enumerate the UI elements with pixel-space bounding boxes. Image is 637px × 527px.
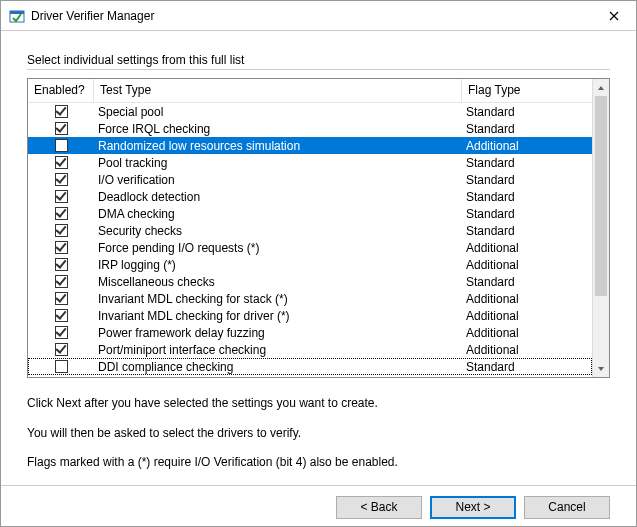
group-label: Select individual settings from this ful… xyxy=(27,53,610,67)
enabled-checkbox[interactable] xyxy=(55,122,68,135)
scroll-track[interactable] xyxy=(593,96,609,360)
cell-enabled[interactable] xyxy=(28,258,94,271)
cell-flag-type: Additional xyxy=(462,241,592,255)
table-row[interactable]: Deadlock detectionStandard xyxy=(28,188,592,205)
close-button[interactable] xyxy=(591,1,636,30)
cell-enabled[interactable] xyxy=(28,105,94,118)
enabled-checkbox[interactable] xyxy=(55,292,68,305)
cell-flag-type: Additional xyxy=(462,343,592,357)
table-row[interactable]: I/O verificationStandard xyxy=(28,171,592,188)
cell-flag-type: Standard xyxy=(462,156,592,170)
cell-test-type: Deadlock detection xyxy=(94,190,462,204)
list-body[interactable]: Special poolStandardForce IRQL checkingS… xyxy=(28,103,592,377)
table-row[interactable]: IRP logging (*)Additional xyxy=(28,256,592,273)
cell-enabled[interactable] xyxy=(28,292,94,305)
info-line-3: Flags marked with a (*) require I/O Veri… xyxy=(27,455,610,471)
enabled-checkbox[interactable] xyxy=(55,190,68,203)
cell-test-type: Force pending I/O requests (*) xyxy=(94,241,462,255)
table-row[interactable]: Randomized low resources simulationAddit… xyxy=(28,137,592,154)
cell-test-type: DMA checking xyxy=(94,207,462,221)
cell-flag-type: Standard xyxy=(462,122,592,136)
table-row[interactable]: DDI compliance checkingStandard xyxy=(28,358,592,375)
table-row[interactable]: Force IRQL checkingStandard xyxy=(28,120,592,137)
column-header-enabled[interactable]: Enabled? xyxy=(28,79,94,102)
back-button[interactable]: < Back xyxy=(336,496,422,519)
cell-enabled[interactable] xyxy=(28,309,94,322)
enabled-checkbox[interactable] xyxy=(55,258,68,271)
table-row[interactable]: Port/miniport interface checkingAddition… xyxy=(28,341,592,358)
cell-enabled[interactable] xyxy=(28,241,94,254)
divider xyxy=(1,485,636,486)
window-title: Driver Verifier Manager xyxy=(31,9,591,23)
content-area: Select individual settings from this ful… xyxy=(1,31,636,527)
scroll-down-button[interactable] xyxy=(593,360,609,377)
enabled-checkbox[interactable] xyxy=(55,241,68,254)
list-header: Enabled? Test Type Flag Type xyxy=(28,79,592,103)
enabled-checkbox[interactable] xyxy=(55,326,68,339)
cell-test-type: Randomized low resources simulation xyxy=(94,139,462,153)
table-row[interactable]: DMA checkingStandard xyxy=(28,205,592,222)
table-row[interactable]: Special poolStandard xyxy=(28,103,592,120)
cell-flag-type: Additional xyxy=(462,326,592,340)
cell-enabled[interactable] xyxy=(28,139,94,152)
cell-enabled[interactable] xyxy=(28,326,94,339)
enabled-checkbox[interactable] xyxy=(55,156,68,169)
cell-flag-type: Additional xyxy=(462,139,592,153)
cell-enabled[interactable] xyxy=(28,122,94,135)
enabled-checkbox[interactable] xyxy=(55,139,68,152)
table-row[interactable]: Security checksStandard xyxy=(28,222,592,239)
cell-flag-type: Additional xyxy=(462,292,592,306)
cell-test-type: Security checks xyxy=(94,224,462,238)
cell-test-type: Port/miniport interface checking xyxy=(94,343,462,357)
enabled-checkbox[interactable] xyxy=(55,275,68,288)
cell-flag-type: Standard xyxy=(462,190,592,204)
table-row[interactable]: Force pending I/O requests (*)Additional xyxy=(28,239,592,256)
table-row[interactable]: Invariant MDL checking for stack (*)Addi… xyxy=(28,290,592,307)
table-row[interactable]: Miscellaneous checksStandard xyxy=(28,273,592,290)
cell-flag-type: Standard xyxy=(462,275,592,289)
cell-flag-type: Standard xyxy=(462,105,592,119)
cell-flag-type: Standard xyxy=(462,224,592,238)
table-row[interactable]: Invariant MDL checking for driver (*)Add… xyxy=(28,307,592,324)
settings-list[interactable]: Enabled? Test Type Flag Type Special poo… xyxy=(27,78,610,378)
cell-enabled[interactable] xyxy=(28,173,94,186)
cell-enabled[interactable] xyxy=(28,207,94,220)
cell-test-type: I/O verification xyxy=(94,173,462,187)
cell-test-type: Power framework delay fuzzing xyxy=(94,326,462,340)
scroll-thumb[interactable] xyxy=(595,96,607,296)
enabled-checkbox[interactable] xyxy=(55,105,68,118)
cell-enabled[interactable] xyxy=(28,275,94,288)
enabled-checkbox[interactable] xyxy=(55,173,68,186)
info-line-2: You will then be asked to select the dri… xyxy=(27,426,610,442)
enabled-checkbox[interactable] xyxy=(55,360,68,373)
cell-enabled[interactable] xyxy=(28,343,94,356)
enabled-checkbox[interactable] xyxy=(55,224,68,237)
cell-test-type: Pool tracking xyxy=(94,156,462,170)
cell-flag-type: Standard xyxy=(462,360,592,374)
column-header-flag-type[interactable]: Flag Type xyxy=(462,79,592,102)
info-line-1: Click Next after you have selected the s… xyxy=(27,396,610,412)
enabled-checkbox[interactable] xyxy=(55,207,68,220)
cell-test-type: Force IRQL checking xyxy=(94,122,462,136)
vertical-scrollbar[interactable] xyxy=(592,79,609,377)
cancel-button[interactable]: Cancel xyxy=(524,496,610,519)
scroll-up-button[interactable] xyxy=(593,79,609,96)
cell-test-type: IRP logging (*) xyxy=(94,258,462,272)
table-row[interactable]: Pool trackingStandard xyxy=(28,154,592,171)
cell-test-type: Invariant MDL checking for driver (*) xyxy=(94,309,462,323)
enabled-checkbox[interactable] xyxy=(55,343,68,356)
next-button[interactable]: Next > xyxy=(430,496,516,519)
table-row[interactable]: Power framework delay fuzzingAdditional xyxy=(28,324,592,341)
cell-enabled[interactable] xyxy=(28,190,94,203)
app-icon xyxy=(9,8,25,24)
column-header-test-type[interactable]: Test Type xyxy=(94,79,462,102)
cell-test-type: DDI compliance checking xyxy=(94,360,462,374)
cell-flag-type: Standard xyxy=(462,207,592,221)
button-row: < Back Next > Cancel xyxy=(27,496,610,519)
cell-flag-type: Standard xyxy=(462,173,592,187)
cell-enabled[interactable] xyxy=(28,156,94,169)
enabled-checkbox[interactable] xyxy=(55,309,68,322)
cell-enabled[interactable] xyxy=(28,224,94,237)
cell-flag-type: Additional xyxy=(462,309,592,323)
cell-enabled[interactable] xyxy=(28,360,94,373)
